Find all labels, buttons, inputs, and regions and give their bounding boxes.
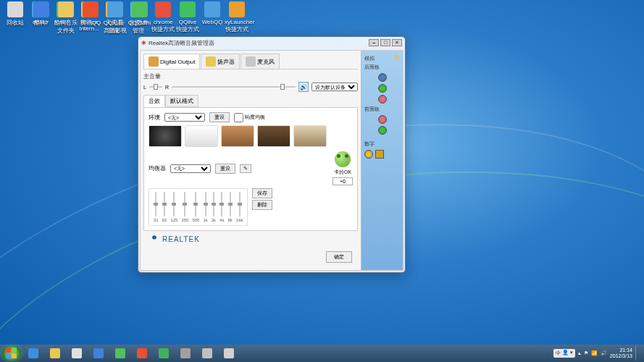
karaoke-label: 卡拉OK bbox=[334, 169, 351, 176]
balance-left-label: L bbox=[143, 85, 146, 90]
environment-preset[interactable] bbox=[293, 125, 327, 147]
realtek-audio-manager-window: ✱ Realtek高清晰音频管理器 ‒ □ ✕ Digital Output扬声… bbox=[138, 36, 406, 273]
device-tab[interactable]: Digital Output bbox=[143, 54, 200, 69]
desktop-icon[interactable]: 音悦Mini bbox=[127, 1, 152, 27]
taskbar-pin[interactable] bbox=[45, 346, 65, 361]
taskbar-pin[interactable] bbox=[88, 346, 109, 361]
tray-network-icon[interactable]: 📶 bbox=[591, 350, 598, 356]
taskbar-pin[interactable] bbox=[154, 346, 174, 361]
taskbar-pin[interactable] bbox=[175, 346, 196, 361]
default-device-select[interactable]: 设为默认设备 bbox=[311, 83, 358, 91]
digital-label: 数字 bbox=[364, 140, 400, 148]
eq-band-slider[interactable] bbox=[173, 192, 175, 216]
environment-preset[interactable] bbox=[149, 125, 182, 147]
eq-band-slider[interactable] bbox=[184, 192, 185, 216]
equalizer-reset-button[interactable]: 重设 bbox=[215, 164, 235, 174]
equalizer-label: 均衡器 bbox=[149, 164, 166, 172]
desktop-icon[interactable]: 腾讯QQ bbox=[78, 1, 103, 27]
environment-label: 环境 bbox=[149, 114, 160, 122]
system-tray: 中👤▾ ▴ ⚑ 📶 🔊 21:14 2012/3/13 bbox=[553, 346, 643, 361]
mute-button[interactable]: 🔊 bbox=[298, 82, 309, 92]
device-tab[interactable]: 麦克风 bbox=[241, 54, 280, 69]
desktop-icon[interactable]: 天天看·高清影视 bbox=[103, 1, 127, 35]
taskbar-pin[interactable] bbox=[67, 346, 87, 361]
optical-jack[interactable] bbox=[375, 150, 384, 159]
realtek-crab-icon bbox=[149, 234, 159, 244]
eq-band-label: 1k bbox=[203, 218, 207, 222]
eq-band-slider[interactable] bbox=[195, 192, 196, 216]
show-desktop-button[interactable] bbox=[635, 346, 640, 361]
equalizer-toggle-button[interactable]: ✎ bbox=[240, 164, 251, 173]
environment-reset-button[interactable]: 重设 bbox=[209, 112, 230, 122]
eq-band-slider[interactable] bbox=[164, 192, 165, 216]
front-panel-label: 前面板 bbox=[364, 106, 400, 113]
start-button[interactable] bbox=[1, 346, 22, 361]
device-tabs: Digital Output扬声器麦克风 bbox=[143, 54, 358, 70]
language-indicator[interactable]: 中👤▾ bbox=[553, 349, 575, 358]
desktop-icon[interactable]: xyLauncher 快捷方式 bbox=[225, 1, 249, 33]
eq-band-slider[interactable] bbox=[230, 192, 231, 216]
digital-jack[interactable] bbox=[364, 150, 373, 159]
subtab-default-format[interactable]: 默认格式 bbox=[165, 95, 198, 107]
balance-slider[interactable] bbox=[149, 86, 162, 88]
desktop-icon[interactable]: QQlive 快捷方式 bbox=[175, 1, 200, 33]
environment-preset[interactable] bbox=[185, 125, 218, 147]
environment-preset[interactable] bbox=[221, 125, 254, 147]
equalizer-delete-button[interactable]: 删除 bbox=[252, 200, 272, 210]
subtab-effects[interactable]: 音效 bbox=[143, 95, 165, 107]
eq-band-slider[interactable] bbox=[221, 192, 222, 216]
taskbar-pin[interactable] bbox=[23, 346, 43, 361]
tray-up-icon[interactable]: ▴ bbox=[578, 350, 581, 356]
audio-jack[interactable] bbox=[378, 84, 387, 93]
eq-band-label: 500 bbox=[192, 218, 199, 222]
taskbar-pin[interactable] bbox=[110, 346, 130, 361]
window-title: Realtek高清晰音频管理器 bbox=[149, 39, 214, 47]
desktop-icon[interactable]: 酷狗7 bbox=[29, 1, 54, 27]
close-button[interactable]: ✕ bbox=[392, 39, 402, 46]
settings-icon[interactable]: ⚙ bbox=[393, 54, 400, 62]
desktop-icon[interactable]: 酷狗音乐文件夹 bbox=[54, 1, 78, 35]
taskbar-pin[interactable] bbox=[132, 346, 152, 361]
audio-jack[interactable] bbox=[378, 95, 387, 104]
environment-preset[interactable] bbox=[257, 125, 290, 147]
equalizer-select[interactable]: <无> bbox=[170, 164, 211, 173]
taskbar-pin[interactable] bbox=[219, 346, 239, 361]
eq-band-slider[interactable] bbox=[213, 192, 214, 216]
minimize-button[interactable]: ‒ bbox=[369, 39, 379, 46]
karaoke-pitch-spinner[interactable]: +0 bbox=[333, 177, 353, 185]
eq-band-slider[interactable] bbox=[205, 192, 206, 216]
eq-band-label: 31 bbox=[154, 218, 159, 222]
desktop-icon[interactable]: WebQQ bbox=[200, 1, 225, 25]
tray-volume-icon[interactable]: 🔊 bbox=[601, 350, 607, 356]
tab-icon bbox=[246, 56, 256, 67]
eq-band-slider[interactable] bbox=[155, 192, 156, 216]
audio-jack[interactable] bbox=[378, 126, 387, 135]
taskbar-pin[interactable] bbox=[197, 346, 217, 361]
audio-jack[interactable] bbox=[378, 115, 387, 124]
user-icon: 👤 bbox=[562, 350, 569, 357]
device-tab[interactable]: 扬声器 bbox=[201, 54, 240, 69]
ok-button[interactable]: 确定 bbox=[326, 251, 352, 263]
tray-flag-icon[interactable]: ⚑ bbox=[584, 350, 588, 356]
environment-select[interactable]: <无> bbox=[164, 113, 205, 122]
eq-band-label: 16k bbox=[236, 218, 243, 222]
desktop-icon[interactable]: chrome 快捷方式 bbox=[151, 1, 175, 33]
clock[interactable]: 21:14 2012/3/13 bbox=[610, 348, 632, 358]
maximize-button[interactable]: □ bbox=[380, 39, 390, 46]
back-panel-label: 后面板 bbox=[364, 64, 400, 71]
tab-icon bbox=[149, 56, 159, 67]
equalizer-save-button[interactable]: 保存 bbox=[252, 188, 272, 198]
desktop-icon[interactable]: 回收站 bbox=[3, 1, 28, 27]
audio-jack[interactable] bbox=[378, 73, 387, 82]
eq-band-label: 62 bbox=[162, 218, 167, 222]
karaoke-icon bbox=[335, 151, 351, 167]
desktop-col-2: 酷狗7酷狗音乐文件夹腾讯QQ天天看·高清影视音悦Mini bbox=[29, 1, 152, 38]
eq-band-slider[interactable] bbox=[239, 192, 241, 216]
loudness-checkbox[interactable]: 响度均衡 bbox=[234, 113, 265, 122]
volume-slider[interactable] bbox=[172, 86, 296, 88]
environment-presets bbox=[149, 125, 353, 147]
karaoke-section: 卡拉OK +0 bbox=[333, 151, 353, 185]
taskbar: 中👤▾ ▴ ⚑ 📶 🔊 21:14 2012/3/13 bbox=[0, 345, 644, 362]
titlebar[interactable]: ✱ Realtek高清晰音频管理器 ‒ □ ✕ bbox=[138, 37, 405, 49]
eq-band-label: 250 bbox=[181, 218, 188, 222]
